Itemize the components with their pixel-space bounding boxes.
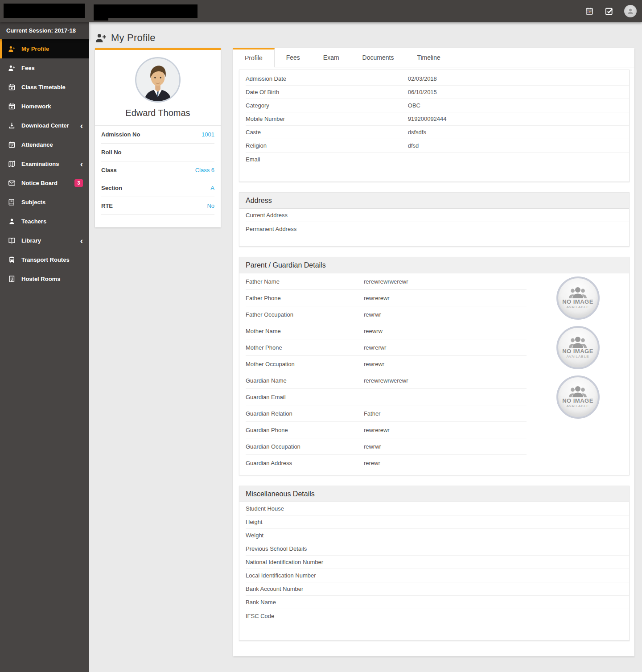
user-plus-icon bbox=[8, 45, 16, 53]
sidebar-item-examinations[interactable]: Examinations‹ bbox=[0, 154, 89, 173]
sidebar-item-attendance[interactable]: Attendance bbox=[0, 135, 89, 154]
row-label: Email bbox=[246, 156, 408, 163]
row-value: dsfsdfs bbox=[408, 129, 623, 136]
detail-row-student-house: Student House bbox=[246, 502, 629, 515]
row-value: rewrerewr bbox=[364, 427, 520, 433]
row-label: Class bbox=[101, 167, 117, 173]
mother-details-block: Mother NamereewrwMother PhonerewrerwrMot… bbox=[239, 323, 629, 372]
row-value[interactable]: Class 6 bbox=[195, 167, 214, 173]
row-value[interactable]: 1001 bbox=[202, 131, 214, 138]
row-value: 06/10/2015 bbox=[408, 89, 623, 95]
no-image-text: NO IMAGE bbox=[562, 348, 593, 355]
row-value: rerewr bbox=[364, 460, 520, 466]
detail-row-ifsc-code: IFSC Code bbox=[246, 609, 629, 623]
detail-row-bank-account-number: Bank Account Number bbox=[246, 582, 629, 596]
tab-profile[interactable]: Profile bbox=[233, 48, 275, 67]
row-value: reewrw bbox=[364, 328, 520, 334]
envelope-icon bbox=[8, 179, 16, 187]
misc-section-title: Miscellaneous Details bbox=[239, 486, 629, 502]
row-label: Student House bbox=[246, 505, 408, 512]
sidebar-menu: My ProfileFeesClass TimetableHomeworkDow… bbox=[0, 39, 89, 289]
sidebar-item-label: Transport Routes bbox=[21, 256, 83, 263]
detail-row-admission-date: Admission Date02/03/2018 bbox=[246, 72, 629, 86]
detail-row-national-identification-number: National Identification Number bbox=[246, 556, 629, 569]
check-square-icon[interactable] bbox=[605, 7, 613, 16]
sidebar-item-label: Teachers bbox=[21, 218, 83, 225]
row-value: rewrerwr bbox=[364, 344, 520, 351]
detail-row-previous-school-details: Previous School Details bbox=[246, 542, 629, 556]
sidebar-item-my-profile[interactable]: My Profile bbox=[0, 39, 89, 58]
book-icon bbox=[8, 198, 16, 206]
tab-documents[interactable]: Documents bbox=[351, 48, 406, 67]
detail-row-guardian-name: Guardian Namererewrewrwerewr bbox=[246, 372, 527, 389]
no-image-subtext: AVAILABLE bbox=[567, 305, 589, 309]
student-info-rows: Admission No1001Roll NoClassClass 6Secti… bbox=[95, 126, 221, 215]
user-avatar[interactable] bbox=[624, 5, 637, 17]
row-label: Father Phone bbox=[246, 295, 364, 301]
calendar-icon bbox=[8, 103, 16, 110]
calendar-check-icon bbox=[8, 141, 16, 148]
calendar-icon[interactable] bbox=[585, 7, 594, 16]
sidebar-item-transport-routes[interactable]: Transport Routes bbox=[0, 250, 89, 269]
sidebar-item-label: Subjects bbox=[21, 199, 83, 206]
page-header: My Profile bbox=[95, 28, 634, 48]
row-label: National Identification Number bbox=[246, 559, 408, 565]
row-value: rerewrewrwerewr bbox=[364, 278, 520, 285]
mother-no-image-placeholder: NO IMAGEAVAILABLE bbox=[556, 326, 600, 369]
guardian-details-block: Guardian NamererewrewrwerewrGuardian Ema… bbox=[239, 372, 629, 471]
student-info-row-roll-no: Roll No bbox=[101, 144, 214, 161]
row-label: Father Name bbox=[246, 278, 364, 285]
sidebar-item-download-center[interactable]: Download Center‹ bbox=[0, 116, 89, 135]
detail-row-mother-occupation: Mother Occupationrewrewr bbox=[246, 356, 527, 372]
main-content: My Profile bbox=[89, 22, 642, 672]
row-label: Mother Phone bbox=[246, 344, 364, 351]
address-section: Address Current AddressPermanent Address bbox=[239, 192, 630, 247]
detail-row-religion: Religiondfsd bbox=[246, 139, 629, 153]
detail-row-permanent-address: Permanent Address bbox=[246, 222, 629, 235]
sidebar-item-hostel-rooms[interactable]: Hostel Rooms bbox=[0, 269, 89, 289]
detail-row-category: CategoryOBC bbox=[246, 99, 629, 112]
sidebar-item-label: Examinations bbox=[21, 161, 80, 167]
chevron-left-icon: ‹ bbox=[80, 122, 83, 129]
sidebar-item-fees[interactable]: Fees bbox=[0, 58, 89, 78]
mother-photo-column: NO IMAGEAVAILABLE bbox=[527, 323, 629, 372]
student-info-row-class: ClassClass 6 bbox=[101, 161, 214, 179]
detail-row-father-phone: Father Phonerewrerewr bbox=[246, 290, 527, 306]
row-label: Religion bbox=[246, 142, 408, 149]
row-label: Previous School Details bbox=[246, 545, 408, 552]
row-value: rerewrewrwerewr bbox=[364, 377, 520, 384]
download-icon bbox=[8, 122, 16, 129]
row-label: Section bbox=[101, 185, 122, 191]
detail-row-guardian-address: Guardian Addressrerewr bbox=[246, 455, 527, 471]
row-value[interactable]: No bbox=[207, 202, 214, 209]
detail-row-weight: Weight bbox=[246, 529, 629, 542]
row-label: RTE bbox=[101, 202, 113, 209]
detail-row-mobile-number: Mobile Number919200092444 bbox=[246, 112, 629, 126]
row-value: OBC bbox=[408, 102, 623, 109]
sidebar-item-library[interactable]: Library‹ bbox=[0, 231, 89, 250]
row-label: Caste bbox=[246, 129, 408, 136]
guardian-no-image-placeholder: NO IMAGEAVAILABLE bbox=[556, 375, 600, 419]
sidebar-item-teachers[interactable]: Teachers bbox=[0, 212, 89, 231]
row-value: rewrewr bbox=[364, 361, 520, 367]
no-image-subtext: AVAILABLE bbox=[567, 404, 589, 408]
row-label: Bank Name bbox=[246, 599, 408, 606]
map-icon bbox=[8, 160, 16, 168]
row-label: Roll No bbox=[101, 149, 122, 156]
sidebar-item-label: Homework bbox=[21, 103, 83, 110]
redacted-school-name bbox=[94, 4, 198, 18]
row-label: Weight bbox=[246, 532, 408, 539]
tab-timeline[interactable]: Timeline bbox=[405, 48, 452, 67]
sidebar-item-homework[interactable]: Homework bbox=[0, 97, 89, 116]
row-label: Guardian Name bbox=[246, 377, 364, 384]
tab-fees[interactable]: Fees bbox=[275, 48, 312, 67]
topbar-actions bbox=[585, 0, 637, 22]
row-value[interactable]: A bbox=[210, 185, 214, 191]
sidebar-item-class-timetable[interactable]: Class Timetable bbox=[0, 78, 89, 97]
row-label: Guardian Phone bbox=[246, 427, 364, 433]
sidebar-item-notice-board[interactable]: Notice Board3 bbox=[0, 173, 89, 193]
row-value: dfsd bbox=[408, 142, 623, 149]
sidebar-item-subjects[interactable]: Subjects bbox=[0, 193, 89, 212]
tab-exam[interactable]: Exam bbox=[312, 48, 351, 67]
profile-detail-card: ProfileFeesExamDocumentsTimeline Admissi… bbox=[233, 48, 634, 656]
